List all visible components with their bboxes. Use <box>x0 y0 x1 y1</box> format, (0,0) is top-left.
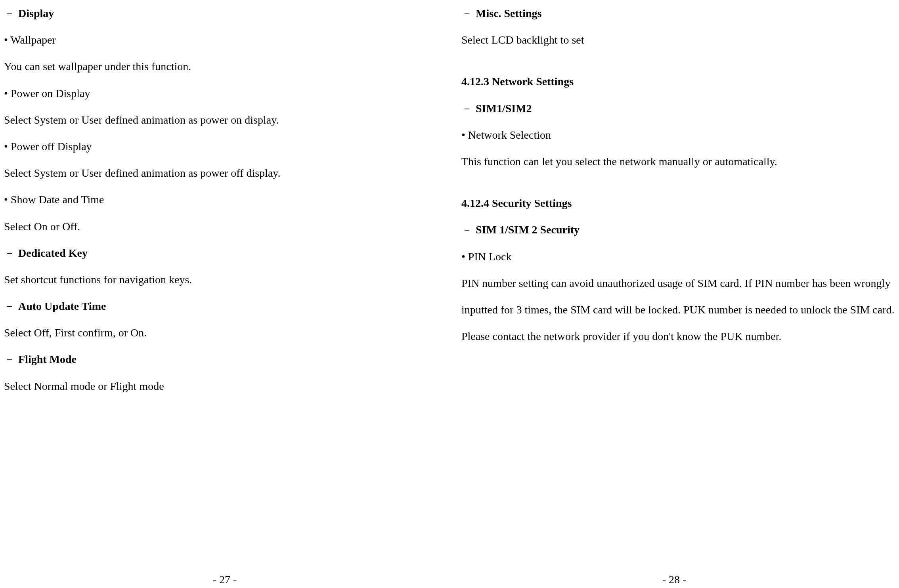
autoupdate-heading: －Auto Update Time <box>4 293 438 319</box>
security-section-heading: 4.12.4 Security Settings <box>461 190 895 216</box>
misc-heading: －Misc. Settings <box>461 0 895 27</box>
misc-text: Select LCD backlight to set <box>461 27 895 53</box>
poweron-bullet: • Power on Display <box>4 80 438 107</box>
flight-heading: －Flight Mode <box>4 346 438 372</box>
simsec-heading-text: SIM 1/SIM 2 Security <box>476 223 580 236</box>
spacer <box>461 175 895 190</box>
dash-icon: － <box>4 300 15 312</box>
network-text: This function can let you select the net… <box>461 148 895 175</box>
left-page-number: - 27 - <box>0 573 450 586</box>
poweroff-bullet: • Power off Display <box>4 133 438 160</box>
flight-heading-text: Flight Mode <box>18 353 77 365</box>
dash-icon: － <box>461 102 472 115</box>
wallpaper-text: You can set wallpaper under this functio… <box>4 53 438 80</box>
dedicated-heading-text: Dedicated Key <box>18 247 88 259</box>
network-section-heading: 4.12.3 Network Settings <box>461 68 895 95</box>
dash-icon: － <box>461 223 472 236</box>
dedicated-heading: －Dedicated Key <box>4 240 438 266</box>
left-content: －Display • Wallpaper You can set wallpap… <box>4 0 438 588</box>
sim-heading: －SIM1/SIM2 <box>461 95 895 122</box>
display-heading: －Display <box>4 0 438 27</box>
poweron-text: Select System or User defined animation … <box>4 107 438 133</box>
left-page: －Display • Wallpaper You can set wallpap… <box>0 0 450 588</box>
sim-heading-text: SIM1/SIM2 <box>476 102 532 115</box>
dedicated-text: Set shortcut functions for navigation ke… <box>4 266 438 293</box>
right-page-number: - 28 - <box>450 573 899 586</box>
network-bullet: • Network Selection <box>461 122 895 148</box>
misc-heading-text: Misc. Settings <box>476 7 541 19</box>
dash-icon: － <box>461 7 472 19</box>
pin-text: PIN number setting can avoid unauthorize… <box>461 270 895 350</box>
autoupdate-heading-text: Auto Update Time <box>18 300 106 312</box>
dash-icon: － <box>4 353 15 365</box>
dash-icon: － <box>4 247 15 259</box>
right-page: －Misc. Settings Select LCD backlight to … <box>450 0 899 588</box>
autoupdate-text: Select Off, First confirm, or On. <box>4 319 438 346</box>
simsec-heading: －SIM 1/SIM 2 Security <box>461 216 895 243</box>
display-heading-text: Display <box>18 7 54 19</box>
showdate-text: Select On or Off. <box>4 213 438 240</box>
wallpaper-bullet: • Wallpaper <box>4 27 438 53</box>
right-content: －Misc. Settings Select LCD backlight to … <box>461 0 895 588</box>
showdate-bullet: • Show Date and Time <box>4 186 438 213</box>
pin-bullet: • PIN Lock <box>461 243 895 270</box>
spacer <box>461 53 895 68</box>
dash-icon: － <box>4 7 15 19</box>
poweroff-text: Select System or User defined animation … <box>4 160 438 186</box>
flight-text: Select Normal mode or Flight mode <box>4 373 438 399</box>
